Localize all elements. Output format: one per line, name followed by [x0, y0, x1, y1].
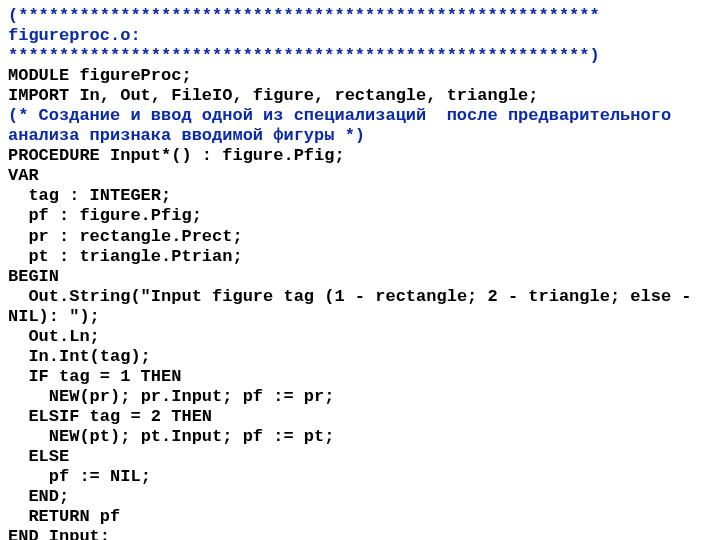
code-line: END Input; — [8, 527, 712, 540]
code-line: pr : rectangle.Prect; — [8, 227, 712, 247]
code-line: pt : triangle.Ptrian; — [8, 247, 712, 267]
code-line: figureproc.o: — [8, 26, 712, 46]
code-line: pf := NIL; — [8, 467, 712, 487]
code-line: IF tag = 1 THEN — [8, 367, 712, 387]
code-line: NEW(pt); pt.Input; pf := pt; — [8, 427, 712, 447]
code-line: In.Int(tag); — [8, 347, 712, 367]
code-line: (* Создание и ввод одной из специализаци… — [8, 106, 712, 146]
code-line: MODULE figureProc; — [8, 66, 712, 86]
code-line: END; — [8, 487, 712, 507]
code-line: ELSIF tag = 2 THEN — [8, 407, 712, 427]
code-line: pf : figure.Pfig; — [8, 206, 712, 226]
code-listing: (***************************************… — [0, 0, 720, 540]
code-line: NEW(pr); pr.Input; pf := pr; — [8, 387, 712, 407]
code-line: IMPORT In, Out, FileIO, figure, rectangl… — [8, 86, 712, 106]
code-line: (***************************************… — [8, 6, 712, 26]
code-line: PROCEDURE Input*() : figure.Pfig; — [8, 146, 712, 166]
code-line: Out.String("Input figure tag (1 - rectan… — [8, 287, 712, 327]
code-line: RETURN pf — [8, 507, 712, 527]
code-line: ****************************************… — [8, 46, 712, 66]
code-line: BEGIN — [8, 267, 712, 287]
code-line: Out.Ln; — [8, 327, 712, 347]
code-line: VAR — [8, 166, 712, 186]
code-line: tag : INTEGER; — [8, 186, 712, 206]
code-line: ELSE — [8, 447, 712, 467]
